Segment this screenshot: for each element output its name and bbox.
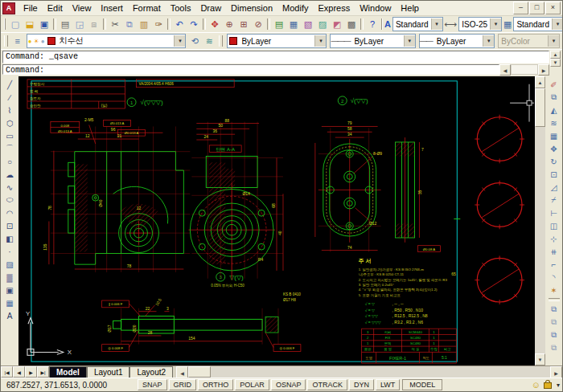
scroll-track[interactable] (511, 64, 538, 75)
chevron-down-icon[interactable]: ▾ (483, 35, 494, 47)
menu-item-window[interactable]: Window (355, 2, 396, 14)
ellipse-arc-icon[interactable]: ◠ (2, 206, 17, 219)
command-input[interactable]: Command: (2, 64, 499, 75)
draworder-bring-above-icon[interactable]: ⧉ (547, 329, 561, 341)
ellipse-icon[interactable]: ⬭ (2, 194, 17, 206)
line-icon[interactable]: ╱ (2, 78, 17, 91)
tab-last-icon[interactable]: ▶| (37, 366, 49, 378)
scroll-up-icon[interactable]: ▲ (535, 76, 545, 88)
chamfer-icon[interactable]: ⌐ (547, 258, 561, 271)
explode-icon[interactable]: ✶ (547, 284, 561, 296)
layer-thaw-icon[interactable]: ☀ (34, 38, 39, 45)
scroll-track[interactable] (188, 366, 550, 378)
scroll-right-icon[interactable]: ▶ (538, 64, 549, 76)
rotate-icon[interactable]: ↻ (547, 155, 561, 168)
communication-center-icon[interactable]: ☺ (532, 380, 540, 390)
scroll-left-icon[interactable]: ◀ (499, 64, 511, 76)
chevron-down-icon[interactable]: ▾ (490, 18, 501, 30)
layer-properties-manager-icon[interactable]: ≡ (10, 35, 25, 48)
pan-realtime-icon[interactable]: ✥ (208, 18, 222, 31)
menu-item-modify[interactable]: Modify (277, 2, 313, 14)
layer-on-icon[interactable]: ● (28, 38, 32, 45)
join-icon[interactable]: ⧺ (547, 245, 561, 258)
scroll-up-icon[interactable]: ▲ (550, 51, 561, 59)
zoom-realtime-icon[interactable]: ⊕ (222, 18, 236, 31)
status-toggle-lwt[interactable]: LWT (376, 379, 400, 390)
menu-item-insert[interactable]: Insert (96, 2, 128, 14)
table-icon[interactable]: ▦ (2, 296, 17, 309)
minimize-button[interactable]: – (513, 2, 528, 14)
plot-preview-icon[interactable]: ◲ (72, 18, 87, 31)
menu-item-edit[interactable]: Edit (43, 2, 68, 14)
cut-icon[interactable]: ✂ (108, 18, 122, 31)
array-icon[interactable]: ▦ (547, 129, 561, 142)
hatch-icon[interactable]: ▨ (2, 258, 17, 271)
fillet-icon[interactable]: ◝ (547, 271, 561, 284)
menu-item-draw[interactable]: Draw (195, 2, 226, 14)
paste-icon[interactable]: ▥ (137, 18, 151, 31)
multiline-text-icon[interactable]: A (2, 309, 17, 322)
status-toggle-polar[interactable]: POLAR (235, 379, 269, 390)
table-style-combo[interactable]: Standard ▾ (513, 17, 563, 31)
drawing-canvas[interactable]: 수량검사 범 례 검토자 승인란 (일) VA/2004.4/05.4 H606… (18, 76, 535, 365)
toolbar-grip[interactable] (4, 18, 6, 30)
scroll-track[interactable] (535, 88, 545, 353)
lineweight-combo[interactable]: —— ByLayer ▾ (419, 34, 495, 48)
plot-icon[interactable]: ▤ (58, 18, 72, 31)
region-icon[interactable]: ▣ (2, 284, 17, 296)
chevron-down-icon[interactable]: ▾ (314, 35, 326, 47)
status-toggle-ortho[interactable]: ORTHO (198, 379, 233, 390)
construction-line-icon[interactable]: ∕ (2, 91, 17, 104)
menu-item-dimension[interactable]: Dimension (226, 2, 277, 14)
copy-icon[interactable]: ⧉ (547, 91, 561, 104)
layer-previous-icon[interactable]: ≋ (202, 35, 216, 48)
status-menu-icon[interactable]: ▾ (557, 382, 560, 389)
restore-button[interactable]: □ (529, 2, 545, 14)
make-block-icon[interactable]: ◧ (2, 232, 17, 245)
coordinates-readout[interactable]: 687.2527, 371.6513, 0.0000 (3, 381, 137, 390)
menu-item-tools[interactable]: Tools (166, 2, 196, 14)
revision-cloud-icon[interactable]: ☁ (2, 168, 17, 181)
tab-layout1[interactable]: Layout1 (87, 366, 130, 378)
command-hscrollbar[interactable]: ◀ ▶ (499, 64, 549, 75)
offset-icon[interactable]: ≋ (547, 116, 561, 129)
toolbar-grip[interactable] (4, 35, 8, 47)
sheet-set-manager-icon[interactable]: ▨ (315, 18, 330, 31)
layer-combo[interactable]: ● ☀ ● 치수선 ▾ (27, 34, 187, 48)
canvas-hscrollbar[interactable]: ◀ ▶ (176, 366, 562, 378)
stretch-icon[interactable]: ◿ (547, 181, 561, 194)
trim-icon[interactable]: ⌿ (547, 194, 561, 206)
text-style-combo[interactable]: Standard ▾ (392, 17, 443, 31)
tab-model[interactable]: Model (49, 366, 87, 378)
scroll-down-icon[interactable]: ▼ (535, 353, 545, 365)
break-at-point-icon[interactable]: ◫ (547, 219, 561, 232)
menu-item-help[interactable]: Help (396, 2, 424, 14)
tool-palettes-icon[interactable]: ▧ (301, 18, 315, 31)
erase-icon[interactable]: ✐ (547, 78, 561, 91)
status-toggle-grid[interactable]: GRID (169, 379, 197, 390)
rectangle-icon[interactable]: ▭ (2, 129, 17, 142)
zoom-previous-icon[interactable]: ⊘ (251, 18, 265, 31)
command-history[interactable]: Command: _qsave (2, 51, 549, 63)
insert-block-icon[interactable]: ⊡ (2, 219, 17, 232)
dim-style-combo[interactable]: ISO-25 ▾ (458, 17, 502, 31)
spline-icon[interactable]: ∿ (2, 181, 17, 194)
menu-item-express[interactable]: Express (313, 2, 355, 14)
publish-icon[interactable]: ⧈ (87, 18, 101, 31)
command-vscrollbar[interactable]: ▲ ▼ (550, 51, 561, 76)
model-space-indicator[interactable]: MODEL (402, 379, 442, 390)
linetype-combo[interactable]: ——— ByLayer ▾ (330, 34, 415, 48)
move-icon[interactable]: ✥ (547, 142, 561, 155)
design-center-icon[interactable]: ▦ (286, 18, 301, 31)
draworder-send-to-back-icon[interactable]: ⧉ (547, 316, 561, 329)
polyline-icon[interactable]: ⌇ (2, 104, 17, 116)
make-object-layer-current-icon[interactable]: ⟲ (187, 35, 202, 48)
status-toggle-dyn[interactable]: DYN (349, 379, 374, 390)
scale-icon[interactable]: ⊡ (547, 168, 561, 181)
tab-first-icon[interactable]: |◀ (1, 366, 13, 378)
tab-prev-icon[interactable]: ◀ (13, 366, 25, 378)
toolbar-lock-icon[interactable] (544, 382, 552, 389)
scroll-thumb[interactable] (188, 366, 211, 378)
mirror-icon[interactable]: ◭ (547, 104, 561, 116)
status-toggle-otrack[interactable]: OTRACK (307, 379, 347, 390)
